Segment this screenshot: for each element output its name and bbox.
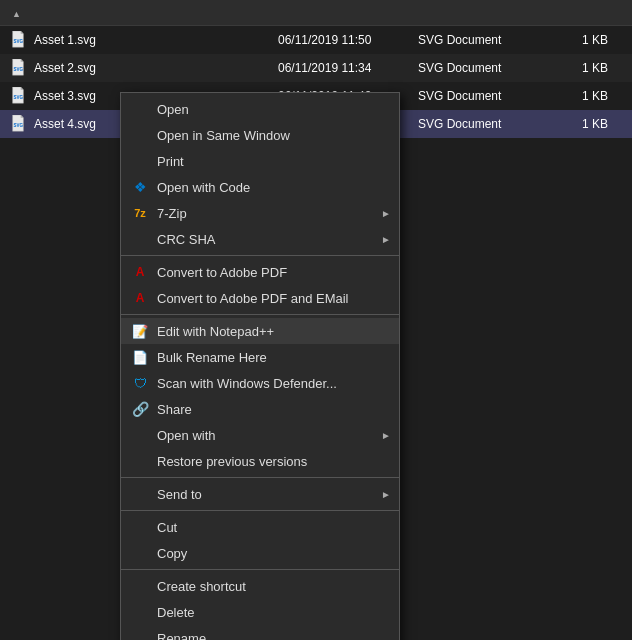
menu-icon-edit-notepad: 📝 xyxy=(131,322,149,340)
explorer-background: ▲ SVG Asset 1.svg 06/11/2019 11:50 SVG D… xyxy=(0,0,632,640)
menu-label-open: Open xyxy=(157,102,189,117)
file-size: 1 KB xyxy=(548,61,608,75)
menu-label-restore-versions: Restore previous versions xyxy=(157,454,307,469)
menu-item-rename[interactable]: Rename xyxy=(121,625,399,640)
file-type: SVG Document xyxy=(418,89,548,103)
menu-item-create-shortcut[interactable]: Create shortcut xyxy=(121,573,399,599)
menu-item-crc-sha[interactable]: CRC SHA ► xyxy=(121,226,399,252)
file-type: SVG Document xyxy=(418,61,548,75)
pdf-icon: A xyxy=(136,291,145,305)
menu-separator xyxy=(121,314,399,315)
submenu-arrow-send-to: ► xyxy=(381,489,391,500)
file-name-cell: SVG Asset 2.svg xyxy=(8,58,278,78)
menu-item-delete[interactable]: Delete xyxy=(121,599,399,625)
menu-label-convert-pdf-email: Convert to Adobe PDF and EMail xyxy=(157,291,349,306)
menu-label-cut: Cut xyxy=(157,520,177,535)
menu-label-rename: Rename xyxy=(157,631,206,641)
menu-label-open-with-code: Open with Code xyxy=(157,180,250,195)
file-list-header: ▲ xyxy=(0,0,632,26)
menu-item-edit-notepad[interactable]: 📝 Edit with Notepad++ xyxy=(121,318,399,344)
svg-text:SVG: SVG xyxy=(14,123,24,128)
defender-icon: 🛡 xyxy=(134,376,147,391)
file-type: SVG Document xyxy=(418,117,548,131)
menu-item-open[interactable]: Open xyxy=(121,96,399,122)
bulk-icon: 📄 xyxy=(132,350,148,365)
menu-icon-scan-defender: 🛡 xyxy=(131,374,149,392)
menu-icon-convert-pdf: A xyxy=(131,263,149,281)
file-icon: SVG xyxy=(8,86,28,106)
svg-text:SVG: SVG xyxy=(14,67,24,72)
menu-item-scan-defender[interactable]: 🛡 Scan with Windows Defender... xyxy=(121,370,399,396)
submenu-arrow-crc-sha: ► xyxy=(381,234,391,245)
menu-item-open-with-code[interactable]: ❖ Open with Code xyxy=(121,174,399,200)
menu-separator xyxy=(121,569,399,570)
menu-label-edit-notepad: Edit with Notepad++ xyxy=(157,324,274,339)
menu-label-create-shortcut: Create shortcut xyxy=(157,579,246,594)
menu-label-7zip: 7-Zip xyxy=(157,206,187,221)
file-icon: SVG xyxy=(8,58,28,78)
pdf-icon: A xyxy=(136,265,145,279)
menu-icon-bulk-rename: 📄 xyxy=(131,348,149,366)
context-menu: Open Open in Same Window Print ❖ Open wi… xyxy=(120,92,400,640)
sort-indicator: ▲ xyxy=(12,9,21,19)
menu-item-convert-pdf-email[interactable]: A Convert to Adobe PDF and EMail xyxy=(121,285,399,311)
menu-item-cut[interactable]: Cut xyxy=(121,514,399,540)
menu-label-copy: Copy xyxy=(157,546,187,561)
menu-item-open-same-window[interactable]: Open in Same Window xyxy=(121,122,399,148)
menu-item-convert-pdf[interactable]: A Convert to Adobe PDF xyxy=(121,259,399,285)
menu-label-bulk-rename: Bulk Rename Here xyxy=(157,350,267,365)
menu-label-open-same-window: Open in Same Window xyxy=(157,128,290,143)
file-row[interactable]: SVG Asset 1.svg 06/11/2019 11:50 SVG Doc… xyxy=(0,26,632,54)
file-date: 06/11/2019 11:34 xyxy=(278,61,418,75)
menu-label-print: Print xyxy=(157,154,184,169)
menu-label-send-to: Send to xyxy=(157,487,202,502)
menu-icon-share: 🔗 xyxy=(131,400,149,418)
svg-text:SVG: SVG xyxy=(14,95,24,100)
menu-icon-7zip: 7z xyxy=(131,204,149,222)
file-type: SVG Document xyxy=(418,33,548,47)
file-name: Asset 1.svg xyxy=(34,33,278,47)
menu-icon-open-with-code: ❖ xyxy=(131,178,149,196)
share-icon: 🔗 xyxy=(132,401,149,417)
menu-item-print[interactable]: Print xyxy=(121,148,399,174)
menu-label-crc-sha: CRC SHA xyxy=(157,232,216,247)
menu-label-delete: Delete xyxy=(157,605,195,620)
file-name: Asset 2.svg xyxy=(34,61,278,75)
menu-item-open-with[interactable]: Open with ► xyxy=(121,422,399,448)
header-name[interactable]: ▲ xyxy=(8,6,278,20)
menu-item-7zip[interactable]: 7z 7-Zip ► xyxy=(121,200,399,226)
menu-item-share[interactable]: 🔗 Share xyxy=(121,396,399,422)
file-icon: SVG xyxy=(8,30,28,50)
vscode-icon: ❖ xyxy=(134,179,147,195)
svg-text:SVG: SVG xyxy=(14,39,24,44)
file-name-cell: SVG Asset 1.svg xyxy=(8,30,278,50)
file-size: 1 KB xyxy=(548,89,608,103)
menu-label-scan-defender: Scan with Windows Defender... xyxy=(157,376,337,391)
menu-item-send-to[interactable]: Send to ► xyxy=(121,481,399,507)
zip-icon: 7z xyxy=(134,207,146,219)
menu-label-open-with: Open with xyxy=(157,428,216,443)
menu-separator xyxy=(121,477,399,478)
file-date: 06/11/2019 11:50 xyxy=(278,33,418,47)
notepad-icon: 📝 xyxy=(132,324,148,339)
submenu-arrow-open-with: ► xyxy=(381,430,391,441)
menu-item-restore-versions[interactable]: Restore previous versions xyxy=(121,448,399,474)
menu-item-copy[interactable]: Copy xyxy=(121,540,399,566)
menu-icon-convert-pdf-email: A xyxy=(131,289,149,307)
submenu-arrow-7zip: ► xyxy=(381,208,391,219)
menu-label-share: Share xyxy=(157,402,192,417)
menu-separator xyxy=(121,510,399,511)
file-size: 1 KB xyxy=(548,33,608,47)
menu-separator xyxy=(121,255,399,256)
file-icon: SVG xyxy=(8,114,28,134)
menu-item-bulk-rename[interactable]: 📄 Bulk Rename Here xyxy=(121,344,399,370)
file-size: 1 KB xyxy=(548,117,608,131)
menu-label-convert-pdf: Convert to Adobe PDF xyxy=(157,265,287,280)
file-row[interactable]: SVG Asset 2.svg 06/11/2019 11:34 SVG Doc… xyxy=(0,54,632,82)
